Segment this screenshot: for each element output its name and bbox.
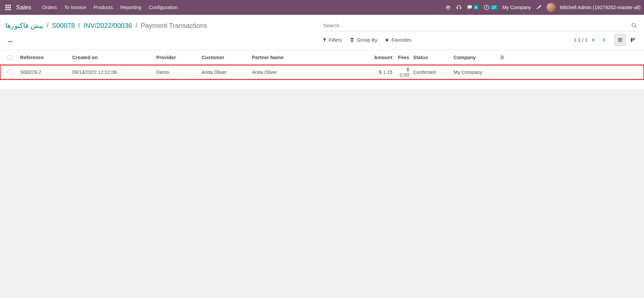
filters-button[interactable]: Filters [322, 37, 342, 43]
svg-point-23 [501, 58, 502, 59]
user-menu[interactable]: Mitchell Admin (19279252-master-all) [560, 5, 641, 10]
nav-menu-configuration[interactable]: Configuration [149, 5, 178, 10]
kanban-view-button[interactable] [627, 34, 639, 46]
svg-rect-17 [634, 38, 635, 40]
svg-point-19 [501, 55, 502, 56]
svg-rect-3 [5, 7, 7, 8]
col-provider[interactable]: Provider [154, 55, 200, 60]
pager-next[interactable] [600, 36, 608, 44]
col-company[interactable]: Company [452, 55, 497, 60]
activities-badge: 17 [490, 5, 498, 10]
favorites-label: Favorites [391, 37, 412, 43]
top-nav: Sales Orders To Invoice Products Reporti… [0, 0, 644, 15]
row-checkbox[interactable] [7, 70, 12, 75]
control-panel: پیش فاکتورها / S00078 / INV/2022/00036 /… [0, 15, 644, 50]
table-row[interactable]: S00078-2 09/14/2022 12:12:06 Demo Anita … [0, 65, 644, 80]
svg-point-21 [503, 57, 504, 58]
svg-rect-0 [5, 5, 7, 6]
export-button[interactable] [5, 36, 15, 44]
svg-rect-8 [9, 9, 11, 10]
avatar[interactable] [547, 3, 555, 12]
cp-search-tools: Filters Group By Favorites 1-1 / 1 [322, 34, 639, 46]
nav-menu-to-invoice[interactable]: To Invoice [64, 5, 86, 10]
cell-customer: Anita Oliver [200, 70, 250, 75]
nav-menu-orders[interactable]: Orders [42, 5, 57, 10]
breadcrumb-link-2[interactable]: INV/2022/00036 [84, 22, 132, 30]
top-nav-right: 6 17 My Company Mitchell Admin (19279252… [445, 3, 641, 12]
cell-fees: $ 0.00 [394, 67, 411, 78]
svg-rect-12 [618, 38, 622, 39]
col-fees[interactable]: Fees [394, 55, 411, 60]
column-options-icon[interactable] [497, 55, 508, 60]
col-reference[interactable]: Reference [18, 55, 70, 60]
search-icon[interactable] [630, 21, 639, 30]
svg-rect-14 [618, 41, 622, 42]
breadcrumb-link-1[interactable]: S00078 [52, 22, 75, 30]
svg-point-10 [632, 23, 636, 27]
breadcrumb-current: Payment Transactions [141, 22, 207, 30]
col-amount[interactable]: Amount [351, 55, 394, 60]
groupby-label: Group By [357, 37, 377, 43]
activities-icon[interactable]: 17 [483, 3, 498, 12]
favorites-button[interactable]: Favorites [385, 37, 412, 43]
support-icon[interactable] [456, 3, 462, 12]
breadcrumb-sep: / [47, 22, 49, 30]
col-partner-name[interactable]: Partner Name [250, 55, 351, 60]
filters-label: Filters [329, 37, 342, 43]
search-input[interactable] [322, 20, 630, 31]
select-all-cell [1, 55, 18, 60]
breadcrumb-sep: / [78, 22, 80, 30]
svg-rect-16 [633, 38, 634, 41]
pager-text: 1-1 / 1 [574, 37, 588, 43]
search-wrap [322, 20, 639, 31]
cp-row-breadcrumb: پیش فاکتورها / S00078 / INV/2022/00036 /… [5, 18, 639, 33]
svg-rect-1 [7, 5, 9, 6]
top-nav-menu: Orders To Invoice Products Reporting Con… [42, 5, 178, 10]
svg-rect-13 [618, 40, 622, 40]
pager: 1-1 / 1 [574, 34, 639, 46]
svg-rect-15 [631, 38, 632, 42]
svg-rect-6 [5, 9, 7, 10]
breadcrumb-link-0[interactable]: پیش فاکتورها [5, 22, 43, 30]
svg-rect-2 [9, 5, 11, 6]
apps-icon[interactable] [3, 3, 13, 12]
messages-icon[interactable]: 6 [467, 3, 479, 12]
breadcrumb-sep: / [135, 22, 137, 30]
svg-rect-5 [9, 7, 11, 8]
list-view-button[interactable] [614, 34, 626, 46]
tools-icon[interactable] [536, 3, 542, 12]
groupby-button[interactable]: Group By [349, 37, 377, 43]
svg-line-11 [635, 26, 637, 28]
breadcrumb: پیش فاکتورها / S00078 / INV/2022/00036 /… [5, 22, 207, 30]
row-select-cell [1, 70, 18, 75]
cell-reference: S00078-2 [18, 70, 70, 75]
list-view: Reference Created on Provider Customer P… [0, 50, 644, 90]
cell-provider: Demo [154, 70, 200, 75]
pager-prev[interactable] [590, 36, 598, 44]
select-all-checkbox[interactable] [7, 55, 12, 60]
top-nav-left: Sales Orders To Invoice Products Reporti… [3, 3, 178, 12]
col-status[interactable]: Status [411, 55, 452, 60]
cell-company: My Company [452, 70, 497, 75]
nav-menu-products[interactable]: Products [94, 5, 113, 10]
messages-badge: 6 [473, 5, 479, 10]
app-brand[interactable]: Sales [16, 4, 31, 11]
list-footer [0, 80, 644, 90]
company-switcher[interactable]: My Company [502, 5, 531, 10]
cell-created-on: 09/14/2022 12:12:06 [70, 70, 154, 75]
svg-rect-7 [7, 9, 9, 10]
cell-amount: $ 1.15 [351, 70, 394, 75]
cp-row-toolbar: Filters Group By Favorites 1-1 / 1 [5, 33, 639, 50]
col-customer[interactable]: Customer [200, 55, 250, 60]
col-created-on[interactable]: Created on [70, 55, 154, 60]
bug-icon[interactable] [445, 3, 451, 12]
svg-rect-4 [7, 7, 9, 8]
nav-menu-reporting[interactable]: Reporting [120, 5, 141, 10]
list-header: Reference Created on Provider Customer P… [0, 50, 644, 65]
cell-partner-name: Anita Oliver [250, 70, 351, 75]
cell-status: Confirmed [411, 70, 452, 75]
view-switch [614, 34, 639, 46]
cp-left-tools [5, 36, 15, 44]
